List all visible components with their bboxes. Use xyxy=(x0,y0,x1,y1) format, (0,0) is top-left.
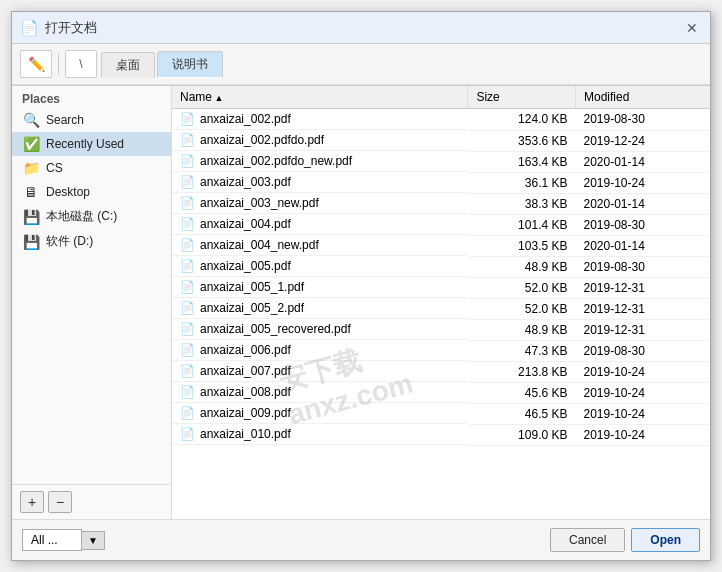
file-modified-cell: 2019-10-24 xyxy=(575,172,710,193)
sidebar-item-search-label: Search xyxy=(46,113,84,127)
file-name-cell: 📄anxaizai_004_new.pdf xyxy=(172,235,468,256)
file-name: anxaizai_003_new.pdf xyxy=(200,196,319,210)
remove-place-button[interactable]: − xyxy=(48,491,72,513)
file-icon: 📄 xyxy=(180,238,195,252)
table-row[interactable]: 📄anxaizai_004_new.pdf103.5 KB2020-01-14 xyxy=(172,235,710,256)
file-size-cell: 47.3 KB xyxy=(468,340,576,361)
table-row[interactable]: 📄anxaizai_002.pdfdo.pdf353.6 KB2019-12-2… xyxy=(172,130,710,151)
file-icon: 📄 xyxy=(180,343,195,357)
file-modified-cell: 2019-10-24 xyxy=(575,424,710,445)
file-size-cell: 48.9 KB xyxy=(468,319,576,340)
sidebar-item-recently-used[interactable]: ✅ Recently Used xyxy=(12,132,171,156)
file-name-cell: 📄anxaizai_002.pdfdo.pdf xyxy=(172,130,468,151)
open-button[interactable]: Open xyxy=(631,528,700,552)
toolbar-separator xyxy=(58,53,59,75)
file-name-cell: 📄anxaizai_009.pdf xyxy=(172,403,468,424)
file-name-cell: 📄anxaizai_006.pdf xyxy=(172,340,468,361)
tab-shuo-ming-shu[interactable]: 说明书 xyxy=(157,51,223,78)
file-icon: 📄 xyxy=(180,280,195,294)
search-icon: 🔍 xyxy=(22,112,40,128)
title-text: 打开文档 xyxy=(45,19,97,37)
file-name: anxaizai_008.pdf xyxy=(200,385,291,399)
close-button[interactable]: ✕ xyxy=(682,18,702,38)
file-icon: 📄 xyxy=(180,301,195,315)
open-dialog: 📄 打开文档 ✕ ✏️ \ 桌面 说明书 安下载anxz.com Places … xyxy=(11,11,711,561)
file-name: anxaizai_004_new.pdf xyxy=(200,238,319,252)
col-header-size[interactable]: Size xyxy=(468,86,576,109)
table-row[interactable]: 📄anxaizai_008.pdf45.6 KB2019-10-24 xyxy=(172,382,710,403)
table-row[interactable]: 📄anxaizai_005_1.pdf52.0 KB2019-12-31 xyxy=(172,277,710,298)
table-row[interactable]: 📄anxaizai_005.pdf48.9 KB2019-08-30 xyxy=(172,256,710,277)
file-modified-cell: 2019-12-31 xyxy=(575,298,710,319)
file-icon: 📄 xyxy=(180,322,195,336)
file-name-cell: 📄anxaizai_010.pdf xyxy=(172,424,468,445)
path-button[interactable]: \ xyxy=(65,50,97,78)
sidebar-item-desktop[interactable]: 🖥 Desktop xyxy=(12,180,171,204)
file-name-cell: 📄anxaizai_007.pdf xyxy=(172,361,468,382)
add-place-button[interactable]: + xyxy=(20,491,44,513)
sidebar-item-cs-label: CS xyxy=(46,161,63,175)
table-row[interactable]: 📄anxaizai_004.pdf101.4 KB2019-08-30 xyxy=(172,214,710,235)
file-icon: 📄 xyxy=(180,385,195,399)
col-header-name[interactable]: Name xyxy=(172,86,468,109)
col-header-modified[interactable]: Modified xyxy=(575,86,710,109)
file-size-cell: 101.4 KB xyxy=(468,214,576,235)
sidebar-item-local-d[interactable]: 💾 软件 (D:) xyxy=(12,229,171,254)
file-modified-cell: 2020-01-14 xyxy=(575,193,710,214)
file-size-cell: 103.5 KB xyxy=(468,235,576,256)
sidebar-item-local-c[interactable]: 💾 本地磁盘 (C:) xyxy=(12,204,171,229)
file-modified-cell: 2020-01-14 xyxy=(575,235,710,256)
table-row[interactable]: 📄anxaizai_003.pdf36.1 KB2019-10-24 xyxy=(172,172,710,193)
table-row[interactable]: 📄anxaizai_010.pdf109.0 KB2019-10-24 xyxy=(172,424,710,445)
file-table: Name Size Modified 📄anxaizai_002.pdf124.… xyxy=(172,86,710,446)
cancel-button[interactable]: Cancel xyxy=(550,528,625,552)
file-name: anxaizai_010.pdf xyxy=(200,427,291,441)
file-name: anxaizai_005_2.pdf xyxy=(200,301,304,315)
table-row[interactable]: 📄anxaizai_005_recovered.pdf48.9 KB2019-1… xyxy=(172,319,710,340)
table-row[interactable]: 📄anxaizai_002.pdf124.0 KB2019-08-30 xyxy=(172,109,710,131)
table-row[interactable]: 📄anxaizai_002.pdfdo_new.pdf163.4 KB2020-… xyxy=(172,151,710,172)
file-modified-cell: 2019-10-24 xyxy=(575,403,710,424)
table-row[interactable]: 📄anxaizai_003_new.pdf38.3 KB2020-01-14 xyxy=(172,193,710,214)
file-name-cell: 📄anxaizai_005_recovered.pdf xyxy=(172,319,468,340)
file-name-cell: 📄anxaizai_004.pdf xyxy=(172,214,468,235)
file-name-cell: 📄anxaizai_002.pdfdo_new.pdf xyxy=(172,151,468,172)
tab-desktop[interactable]: 桌面 xyxy=(101,52,155,78)
file-size-cell: 48.9 KB xyxy=(468,256,576,277)
main-content: 安下载anxz.com Places 🔍 Search ✅ Recently U… xyxy=(12,85,710,519)
file-modified-cell: 2020-01-14 xyxy=(575,151,710,172)
file-name: anxaizai_009.pdf xyxy=(200,406,291,420)
sidebar-item-cs[interactable]: 📁 CS xyxy=(12,156,171,180)
file-icon: 📄 xyxy=(180,406,195,420)
file-name: anxaizai_003.pdf xyxy=(200,175,291,189)
file-name-cell: 📄anxaizai_005_2.pdf xyxy=(172,298,468,319)
drive-c-icon: 💾 xyxy=(22,209,40,225)
table-row[interactable]: 📄anxaizai_009.pdf46.5 KB2019-10-24 xyxy=(172,403,710,424)
edit-button[interactable]: ✏️ xyxy=(20,50,52,78)
file-modified-cell: 2019-10-24 xyxy=(575,361,710,382)
table-row[interactable]: 📄anxaizai_005_2.pdf52.0 KB2019-12-31 xyxy=(172,298,710,319)
title-bar: 📄 打开文档 ✕ xyxy=(12,12,710,44)
filter-arrow[interactable]: ▼ xyxy=(82,531,105,550)
action-buttons: Cancel Open xyxy=(550,528,700,552)
file-icon: 📄 xyxy=(180,154,195,168)
sidebar: Places 🔍 Search ✅ Recently Used 📁 CS 🖥 D… xyxy=(12,86,172,519)
file-icon: 📄 xyxy=(180,427,195,441)
toolbar: ✏️ \ 桌面 说明书 xyxy=(12,44,710,85)
file-icon: 📄 xyxy=(180,217,195,231)
file-modified-cell: 2019-08-30 xyxy=(575,256,710,277)
sidebar-item-search[interactable]: 🔍 Search xyxy=(12,108,171,132)
table-row[interactable]: 📄anxaizai_006.pdf47.3 KB2019-08-30 xyxy=(172,340,710,361)
tab-bar: 桌面 说明书 xyxy=(101,51,225,78)
file-name-cell: 📄anxaizai_005_1.pdf xyxy=(172,277,468,298)
file-table-container[interactable]: Name Size Modified 📄anxaizai_002.pdf124.… xyxy=(172,86,710,519)
table-row[interactable]: 📄anxaizai_007.pdf213.8 KB2019-10-24 xyxy=(172,361,710,382)
file-icon: 📄 xyxy=(180,196,195,210)
file-modified-cell: 2019-12-31 xyxy=(575,277,710,298)
folder-icon-cs: 📁 xyxy=(22,160,40,176)
file-size-cell: 45.6 KB xyxy=(468,382,576,403)
file-size-cell: 163.4 KB xyxy=(468,151,576,172)
file-modified-cell: 2019-10-24 xyxy=(575,382,710,403)
file-size-cell: 124.0 KB xyxy=(468,109,576,131)
file-modified-cell: 2019-12-24 xyxy=(575,130,710,151)
